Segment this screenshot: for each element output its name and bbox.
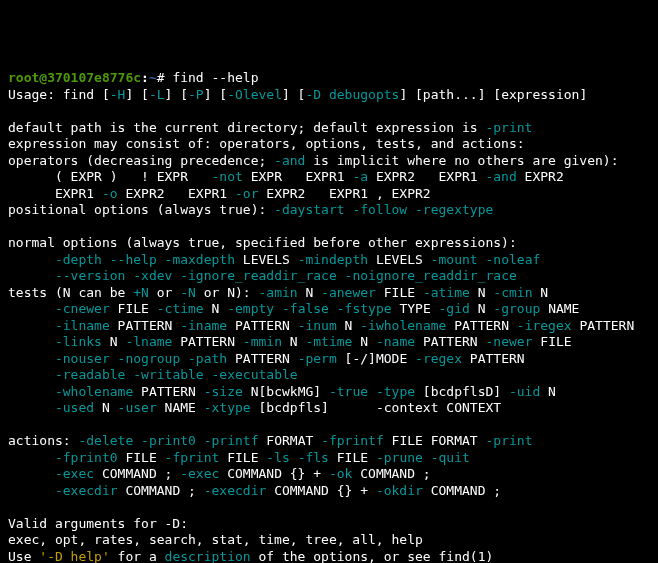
typed-command: find --help	[172, 70, 258, 85]
actions-header: actions: -delete -print0 -printf FORMAT …	[8, 433, 532, 448]
prompt-path: ~	[149, 70, 157, 85]
tests-row6: -readable -writable -executable	[8, 367, 298, 382]
tests-row8: -used N -user NAME -xtype [bcdpfls] -con…	[8, 400, 501, 415]
normal-opts-row1: -depth --help -maxdepth LEVELS -mindepth…	[8, 252, 540, 267]
valid-d-header: Valid arguments for -D:	[8, 516, 188, 531]
positional-opts: positional options (always true): -dayst…	[8, 202, 493, 217]
tests-row4: -links N -lname PATTERN -mmin N -mtime N…	[8, 334, 572, 349]
tests-row7: -wholename PATTERN -size N[bcwkMG] -true…	[8, 384, 556, 399]
actions-row4: -execdir COMMAND ; -execdir COMMAND {} +…	[8, 483, 501, 498]
usage-line: Usage: find [-H] [-L] [-P] [-Olevel] [-D…	[8, 87, 587, 102]
tests-row3: -ilname PATTERN -iname PATTERN -inum N -…	[8, 318, 634, 333]
para-expression: expression may consist of: operators, op…	[8, 136, 525, 151]
tests-header: tests (N can be +N or -N or N): -amin N …	[8, 285, 548, 300]
ops-line1: ( EXPR ) ! EXPR -not EXPR EXPR1 -a EXPR2…	[8, 169, 564, 184]
actions-row3: -exec COMMAND ; -exec COMMAND {} + -ok C…	[8, 466, 431, 481]
para-operators: operators (decreasing precedence; -and i…	[8, 153, 619, 168]
tests-row5: -nouser -nogroup -path PATTERN -perm [-/…	[8, 351, 525, 366]
prompt-line: root@370107e8776c:~# find --help	[8, 70, 258, 85]
ops-line2: EXPR1 -o EXPR2 EXPR1 -or EXPR2 EXPR1 , E…	[8, 186, 431, 201]
para-default: default path is the current directory; d…	[8, 120, 532, 135]
prompt-userhost: root@370107e8776c	[8, 70, 141, 85]
actions-row2: -fprint0 FILE -fprint FILE -ls -fls FILE…	[8, 450, 470, 465]
valid-d-list: exec, opt, rates, search, stat, time, tr…	[8, 532, 423, 547]
tests-row2: -cnewer FILE -ctime N -empty -false -fst…	[8, 301, 579, 316]
normal-opts-row2: --version -xdev -ignore_readdir_race -no…	[8, 268, 517, 283]
valid-d-help: Use '-D help' for a description of the o…	[8, 549, 493, 564]
terminal: root@370107e8776c:~# find --help Usage: …	[8, 70, 650, 563]
normal-opts-header: normal options (always true, specified b…	[8, 235, 517, 250]
prompt-symbol: #	[157, 70, 165, 85]
